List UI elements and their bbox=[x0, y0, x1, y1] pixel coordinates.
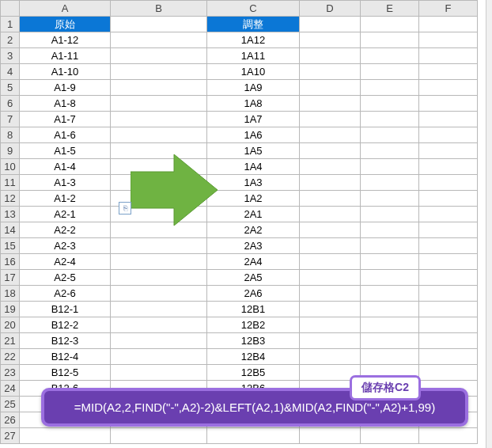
cell-F6[interactable] bbox=[419, 96, 478, 112]
cell-F15[interactable] bbox=[419, 238, 478, 254]
cell-A15[interactable]: A2-3 bbox=[20, 238, 111, 254]
row-header-18[interactable]: 18 bbox=[1, 286, 20, 302]
cell-D27[interactable] bbox=[300, 428, 361, 444]
row-header-17[interactable]: 17 bbox=[1, 270, 20, 286]
cell-C2[interactable]: 1A12 bbox=[207, 32, 300, 48]
row-header-5[interactable]: 5 bbox=[1, 80, 20, 96]
cell-B22[interactable] bbox=[111, 349, 207, 365]
cell-A2[interactable]: A1-12 bbox=[20, 32, 111, 48]
cell-F1[interactable] bbox=[419, 17, 478, 32]
cell-B4[interactable] bbox=[111, 64, 207, 80]
cell-D16[interactable] bbox=[300, 254, 361, 270]
cell-E19[interactable] bbox=[361, 302, 419, 317]
cell-F11[interactable] bbox=[419, 175, 478, 191]
row-header-11[interactable]: 11 bbox=[1, 175, 20, 191]
cell-C12[interactable]: 1A2 bbox=[207, 191, 300, 207]
col-header-F[interactable]: F bbox=[419, 1, 478, 17]
cell-F22[interactable] bbox=[419, 349, 478, 365]
row-header-22[interactable]: 22 bbox=[1, 349, 20, 365]
cell-A4[interactable]: A1-10 bbox=[20, 64, 111, 80]
cell-E12[interactable] bbox=[361, 191, 419, 207]
cell-D18[interactable] bbox=[300, 286, 361, 302]
cell-D22[interactable] bbox=[300, 349, 361, 365]
cell-D20[interactable] bbox=[300, 317, 361, 333]
cell-C22[interactable]: 12B4 bbox=[207, 349, 300, 365]
cell-E6[interactable] bbox=[361, 96, 419, 112]
cell-B5[interactable] bbox=[111, 80, 207, 96]
cell-E13[interactable] bbox=[361, 207, 419, 222]
cell-D7[interactable] bbox=[300, 112, 361, 127]
cell-C6[interactable]: 1A8 bbox=[207, 96, 300, 112]
cell-E15[interactable] bbox=[361, 238, 419, 254]
cell-C8[interactable]: 1A6 bbox=[207, 127, 300, 143]
row-header-13[interactable]: 13 bbox=[1, 207, 20, 222]
cell-B17[interactable] bbox=[111, 270, 207, 286]
cell-C5[interactable]: 1A9 bbox=[207, 80, 300, 96]
cell-E5[interactable] bbox=[361, 80, 419, 96]
cell-A17[interactable]: A2-5 bbox=[20, 270, 111, 286]
cell-D5[interactable] bbox=[300, 80, 361, 96]
cell-D13[interactable] bbox=[300, 207, 361, 222]
row-header-24[interactable]: 24 bbox=[1, 381, 20, 397]
row-header-3[interactable]: 3 bbox=[1, 48, 20, 64]
cell-D8[interactable] bbox=[300, 127, 361, 143]
cell-C20[interactable]: 12B2 bbox=[207, 317, 300, 333]
cell-A22[interactable]: B12-4 bbox=[20, 349, 111, 365]
cell-F18[interactable] bbox=[419, 286, 478, 302]
cell-A3[interactable]: A1-11 bbox=[20, 48, 111, 64]
cell-B3[interactable] bbox=[111, 48, 207, 64]
cell-E18[interactable] bbox=[361, 286, 419, 302]
cell-E3[interactable] bbox=[361, 48, 419, 64]
cell-A8[interactable]: A1-6 bbox=[20, 127, 111, 143]
cell-A23[interactable]: B12-5 bbox=[20, 365, 111, 381]
cell-C16[interactable]: 2A4 bbox=[207, 254, 300, 270]
cell-B8[interactable] bbox=[111, 127, 207, 143]
cell-D9[interactable] bbox=[300, 143, 361, 159]
cell-C19[interactable]: 12B1 bbox=[207, 302, 300, 317]
cell-C4[interactable]: 1A10 bbox=[207, 64, 300, 80]
cell-D1[interactable] bbox=[300, 17, 361, 32]
cell-F19[interactable] bbox=[419, 302, 478, 317]
cell-B16[interactable] bbox=[111, 254, 207, 270]
cell-C7[interactable]: 1A7 bbox=[207, 112, 300, 127]
cell-D17[interactable] bbox=[300, 270, 361, 286]
row-header-21[interactable]: 21 bbox=[1, 333, 20, 349]
cell-F21[interactable] bbox=[419, 333, 478, 349]
cell-F10[interactable] bbox=[419, 159, 478, 175]
cell-E17[interactable] bbox=[361, 270, 419, 286]
cell-C18[interactable]: 2A6 bbox=[207, 286, 300, 302]
cell-F27[interactable] bbox=[419, 428, 478, 444]
cell-E10[interactable] bbox=[361, 159, 419, 175]
cell-B21[interactable] bbox=[111, 333, 207, 349]
row-header-25[interactable]: 25 bbox=[1, 397, 20, 412]
cell-D6[interactable] bbox=[300, 96, 361, 112]
cell-D21[interactable] bbox=[300, 333, 361, 349]
cell-E9[interactable] bbox=[361, 143, 419, 159]
col-header-D[interactable]: D bbox=[300, 1, 361, 17]
row-header-6[interactable]: 6 bbox=[1, 96, 20, 112]
cell-F12[interactable] bbox=[419, 191, 478, 207]
cell-A12[interactable]: A1-2 bbox=[20, 191, 111, 207]
cell-E14[interactable] bbox=[361, 222, 419, 238]
cell-E20[interactable] bbox=[361, 317, 419, 333]
cell-F23[interactable] bbox=[419, 365, 478, 381]
cell-E7[interactable] bbox=[361, 112, 419, 127]
row-header-16[interactable]: 16 bbox=[1, 254, 20, 270]
row-header-12[interactable]: 12 bbox=[1, 191, 20, 207]
cell-C3[interactable]: 1A11 bbox=[207, 48, 300, 64]
cell-A13[interactable]: A2-1 bbox=[20, 207, 111, 222]
cell-A14[interactable]: A2-2 bbox=[20, 222, 111, 238]
cell-B11[interactable] bbox=[111, 175, 207, 191]
cell-A7[interactable]: A1-7 bbox=[20, 112, 111, 127]
cell-B7[interactable] bbox=[111, 112, 207, 127]
cell-C14[interactable]: 2A2 bbox=[207, 222, 300, 238]
cell-C27[interactable] bbox=[207, 428, 300, 444]
cell-A9[interactable]: A1-5 bbox=[20, 143, 111, 159]
row-header-4[interactable]: 4 bbox=[1, 64, 20, 80]
cell-F3[interactable] bbox=[419, 48, 478, 64]
row-header-20[interactable]: 20 bbox=[1, 317, 20, 333]
cell-D2[interactable] bbox=[300, 32, 361, 48]
cell-F8[interactable] bbox=[419, 127, 478, 143]
cell-F20[interactable] bbox=[419, 317, 478, 333]
cell-C17[interactable]: 2A5 bbox=[207, 270, 300, 286]
